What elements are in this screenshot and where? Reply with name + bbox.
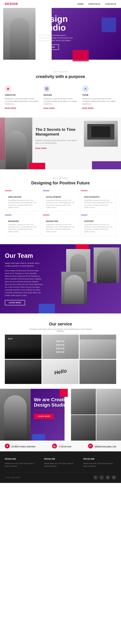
team-text1: Integer viverra ligula ornare ex commodo… xyxy=(5,262,44,267)
time-text: Phasellus scelerisque sed leo quis gravi… xyxy=(35,139,77,144)
mission-creative-text: Sample text. Lorem ipsum dolor sit amet,… xyxy=(5,98,39,105)
footer-contact-bar: Address 133 WEST STREET, NEWTOWN Phone +… xyxy=(0,440,121,452)
footer-col-2-text: Sample faucet vet. Lorem ipsum dolor sit… xyxy=(44,462,77,468)
hero-photo xyxy=(3,8,35,60)
creative-subtitle: WEB DESIGN & DEVELOPMENT xyxy=(34,410,70,411)
mission-grid: CREATIVE Sample text. Lorem ipsum dolor … xyxy=(5,86,116,110)
drive-text-container: DRIVEDRIVEDRIVEDRIVE xyxy=(56,340,65,354)
feature-branding-text: Suspendisse vulputate orci ut elit. Cras… xyxy=(8,224,37,233)
footer-grid: HEADLINE Sample faucet vet. Lorem ipsum … xyxy=(5,458,116,468)
svg-point-1 xyxy=(46,88,47,89)
time-laptop-photo xyxy=(84,121,118,147)
nav-home[interactable]: HOME xyxy=(78,3,84,5)
creative-photos-right xyxy=(71,389,121,440)
feature-photography-title: PHOTOGRAPHY xyxy=(84,196,113,198)
footer-col-3-text: Sample faucet vet. Lorem ipsum dolor sit… xyxy=(83,462,116,468)
phone-label: Phone xyxy=(59,444,71,446)
creative-icon xyxy=(5,86,11,92)
feature-marketing-title: MARKETING xyxy=(46,220,75,222)
feature-web-design: WEB DESIGN Suspendisse vulputate orci ut… xyxy=(5,190,40,212)
footer-address: Address 133 WEST STREET, NEWTOWN xyxy=(5,444,35,448)
team-photos xyxy=(60,244,121,306)
features-title: Designing for Positive Future xyxy=(5,180,116,186)
feature-development-title: DEVELOPMENT xyxy=(46,196,75,198)
feature-marketing-text: Suspendisse vulputate orci ut elit. Cras… xyxy=(46,224,75,233)
design-icon xyxy=(44,86,50,92)
feature-accent-2 xyxy=(43,190,49,191)
social-googleplus[interactable]: g+ xyxy=(112,475,116,480)
creative-accent-red xyxy=(60,389,68,397)
feature-web-design-text: Suspendisse vulputate orci ut elit. Cras… xyxy=(8,199,37,209)
creative-thumb-3 xyxy=(71,415,96,441)
social-linkedin[interactable]: in xyxy=(106,475,110,480)
hero-description: We are a design and branding agency spec… xyxy=(39,34,73,42)
hero-section: Design Studio We are a design and brandi… xyxy=(0,8,121,63)
mission-creative-readmore[interactable]: READ MORE xyxy=(5,108,16,109)
footer-email: Email WEBMASTER@GMAIL.COM xyxy=(88,444,116,448)
service-grid: NOV DRIVEDRIVEDRIVEDRIVE Hello xyxy=(5,334,116,384)
footer-copyright: © 2018 Design Studio xyxy=(5,476,20,478)
social-facebook[interactable]: f xyxy=(93,475,98,480)
footer-col-1: HEADLINE Sample faucet vet. Lorem ipsum … xyxy=(5,458,38,468)
creative-thumb-2 xyxy=(96,389,121,414)
mission-team-title: TEAM xyxy=(82,94,116,96)
service-section: Our service Phasellus scelerisque sed le… xyxy=(0,314,121,389)
feature-accent-3 xyxy=(81,190,87,191)
creative-accent-blue xyxy=(32,434,45,440)
nav-contacts[interactable]: CONTACTS xyxy=(105,3,116,5)
creative-content: We are Creative Design Studio WEB DESIGN… xyxy=(34,397,70,419)
footer-phone-value: +1 234 567 89 00 xyxy=(59,446,71,448)
creative-learn-more-btn[interactable]: LEARN MORE xyxy=(34,414,54,419)
hero-learn-more-btn[interactable]: LEARN MORE xyxy=(39,44,59,50)
mission-creative-title: CREATIVE xyxy=(5,94,39,96)
feature-accent-5 xyxy=(43,215,49,215)
time-content: The 2 Secrets to Time Management Phasell… xyxy=(35,127,77,150)
features-grid: WEB DESIGN Suspendisse vulputate orci ut… xyxy=(5,190,116,236)
email-label: Email xyxy=(95,444,116,446)
service-img-6 xyxy=(80,360,116,384)
mission-design-readmore[interactable]: READ MORE xyxy=(44,108,55,109)
mission-team-readmore[interactable]: READ MORE xyxy=(82,108,94,109)
creative-thumb-1 xyxy=(71,389,96,414)
hero-accent-blue xyxy=(102,18,116,32)
footer: HEADLINE Sample faucet vet. Lorem ipsum … xyxy=(0,452,121,483)
mission-design-text: Sample text. Lorem ipsum dolor sit amet,… xyxy=(44,98,77,105)
mission-item-creative: CREATIVE Sample text. Lorem ipsum dolor … xyxy=(5,86,39,110)
footer-col-3: HEADLINE Sample faucet vet. Lorem ipsum … xyxy=(83,458,116,468)
feature-support-title: SUPPORT xyxy=(84,220,113,222)
feature-accent-4 xyxy=(5,215,11,215)
hero-content: Design Studio We are a design and brandi… xyxy=(39,14,73,50)
feature-branding-title: BRANDING xyxy=(8,220,37,222)
team-photo-man-suit xyxy=(94,248,120,283)
team-text2: Donec tristique faucibus lacus. Ab variu… xyxy=(5,269,44,297)
time-section: The 2 Secrets to Time Management Phasell… xyxy=(0,118,121,169)
mission-team-text: Sample text. Lorem ipsum dolor sit amet,… xyxy=(82,98,116,105)
nav-logo: DESIGN xyxy=(5,2,18,6)
team-learn-more-btn[interactable]: LEARN MORE xyxy=(5,300,25,305)
footer-col-1-text: Sample faucet vet. Lorem ipsum dolor sit… xyxy=(5,462,38,468)
creative-thumb-4 xyxy=(96,415,121,441)
creative-title-line2: Design Studio xyxy=(34,402,66,408)
mission-item-team: TEAM Sample text. Lorem ipsum dolor sit … xyxy=(82,86,116,110)
time-readmore[interactable]: READ MORE xyxy=(35,148,47,149)
social-twitter[interactable]: t xyxy=(99,475,104,480)
footer-address-value: 133 WEST STREET, NEWTOWN xyxy=(11,446,35,448)
time-accent-red xyxy=(29,163,45,169)
time-photo-left xyxy=(0,118,32,169)
service-img-3 xyxy=(80,334,116,359)
features-label: KEY FEATURES xyxy=(5,178,116,179)
hero-person-figure xyxy=(10,18,29,60)
phone-icon xyxy=(52,444,57,448)
time-person-figure xyxy=(6,130,27,169)
team-icon xyxy=(82,86,89,92)
feature-marketing: MARKETING Suspendisse vulputate orci ut … xyxy=(43,214,78,236)
hero-accent-red xyxy=(73,50,89,61)
footer-col-1-title: HEADLINE xyxy=(5,458,38,460)
address-icon xyxy=(5,444,10,448)
footer-col-2-title: HEADLINE xyxy=(44,458,77,460)
time-accent-purple xyxy=(92,161,121,169)
navbar: DESIGN HOME PORTFOLIO CONTACTS xyxy=(0,0,121,8)
nav-portfolio[interactable]: PORTFOLIO xyxy=(89,3,100,5)
feature-support-text: Suspendisse vulputate orci ut elit. Cras… xyxy=(84,224,113,233)
footer-bottom: © 2018 Design Studio f t in g+ xyxy=(5,472,116,480)
